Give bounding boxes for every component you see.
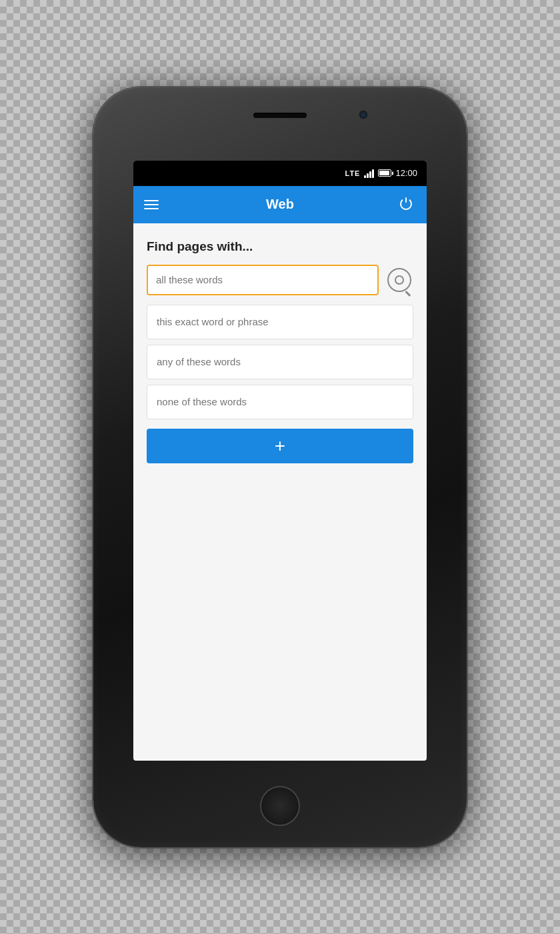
- any-words-input[interactable]: [147, 345, 413, 379]
- signal-icon: [364, 169, 374, 178]
- lte-indicator: LTE: [345, 169, 360, 177]
- clock: 12:00: [395, 168, 417, 178]
- battery-icon: [378, 169, 391, 177]
- app-title: Web: [266, 197, 294, 212]
- add-button[interactable]: +: [147, 429, 413, 463]
- status-bar: LTE 12:00: [133, 161, 427, 186]
- home-button[interactable]: [260, 786, 300, 826]
- power-button[interactable]: [396, 195, 416, 215]
- page-heading: Find pages with...: [147, 239, 413, 254]
- main-content: Find pages with... +: [133, 223, 427, 477]
- phone-device: LTE 12:00 Web: [93, 87, 467, 847]
- app-bar: Web: [133, 186, 427, 223]
- primary-search-row: [147, 265, 413, 295]
- exact-phrase-input[interactable]: [147, 305, 413, 339]
- all-words-input[interactable]: [147, 265, 379, 295]
- search-button[interactable]: [385, 266, 413, 294]
- search-icon: [387, 268, 411, 292]
- phone-camera: [359, 110, 368, 119]
- phone-screen: LTE 12:00 Web: [133, 161, 427, 761]
- none-words-input[interactable]: [147, 385, 413, 419]
- menu-button[interactable]: [144, 200, 159, 209]
- phone-speaker: [253, 113, 307, 118]
